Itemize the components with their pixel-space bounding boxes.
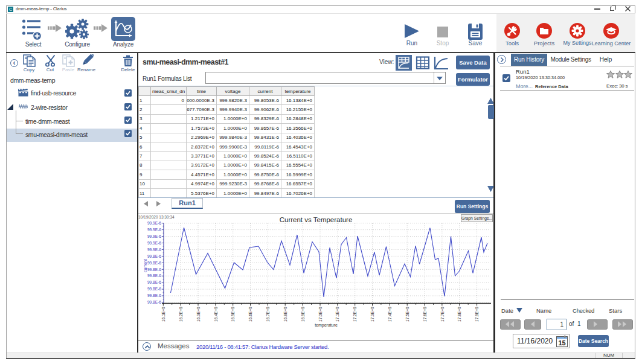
svg-text:99.9E-6: 99.9E-6 (147, 234, 161, 238)
svg-text:99.9E-6: 99.9E-6 (147, 241, 161, 245)
svg-text:17.6E+0: 17.6E+0 (423, 307, 427, 322)
svg-text:16.2E+0: 16.2E+0 (179, 307, 183, 322)
svg-text:99.8E-6: 99.8E-6 (147, 261, 161, 265)
svg-text:99.8E-6: 99.8E-6 (147, 280, 161, 284)
svg-text:temperature: temperature (315, 323, 338, 328)
svg-text:16.6E+0: 16.6E+0 (248, 307, 252, 322)
svg-text:16.1E+0: 16.1E+0 (161, 307, 165, 322)
svg-text:16.4E+0: 16.4E+0 (214, 307, 218, 322)
svg-text:17.0E+0: 17.0E+0 (318, 307, 323, 322)
svg-text:99.8E-6: 99.8E-6 (147, 300, 161, 304)
svg-text:16.9E+0: 16.9E+0 (301, 307, 305, 322)
svg-text:99.8E-6: 99.8E-6 (147, 254, 161, 258)
svg-text:99.8E-6: 99.8E-6 (147, 267, 161, 272)
svg-text:current: current (143, 259, 147, 272)
svg-text:17.9E+0: 17.9E+0 (475, 307, 479, 322)
svg-text:16.5E+0: 16.5E+0 (231, 307, 235, 322)
svg-text:17.4E+0: 17.4E+0 (388, 307, 392, 322)
svg-text:99.8E-6: 99.8E-6 (147, 273, 161, 278)
svg-text:17.2E+0: 17.2E+0 (353, 307, 357, 322)
svg-text:17.1E+0: 17.1E+0 (335, 307, 339, 322)
svg-text:99.9E-6: 99.9E-6 (147, 221, 161, 225)
svg-text:16.8E+0: 16.8E+0 (283, 307, 287, 322)
svg-text:99.9E-6: 99.9E-6 (147, 247, 161, 252)
svg-text:16.3E+0: 16.3E+0 (196, 307, 201, 322)
svg-text:99.8E-6: 99.8E-6 (147, 293, 161, 298)
svg-text:17.7E+0: 17.7E+0 (440, 307, 445, 322)
svg-text:17.3E+0: 17.3E+0 (370, 307, 374, 322)
svg-text:99.9E-6: 99.9E-6 (147, 228, 161, 232)
svg-text:17.8E+0: 17.8E+0 (457, 307, 461, 322)
svg-text:17.5E+0: 17.5E+0 (405, 307, 409, 322)
svg-text:99.8E-6: 99.8E-6 (147, 287, 161, 291)
svg-text:16.7E+0: 16.7E+0 (266, 307, 270, 322)
svg-text:15: 15 (558, 339, 565, 346)
